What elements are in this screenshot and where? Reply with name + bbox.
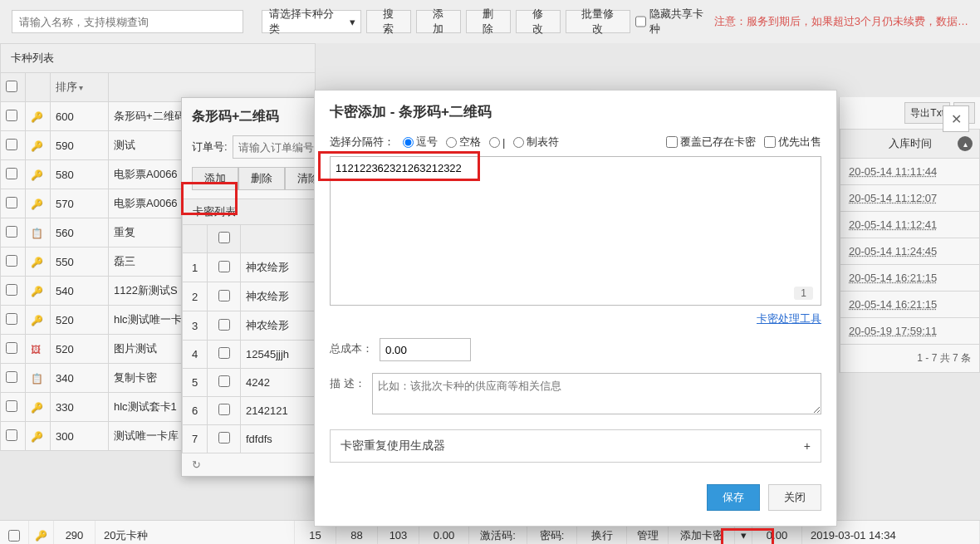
overwrite-checkbox[interactable]: 覆盖已存在卡密	[666, 135, 756, 149]
desc-label: 描 述：	[330, 373, 365, 391]
generator-collapse[interactable]: 卡密重复使用生成器 +	[330, 429, 821, 463]
search-button[interactable]: 搜索	[366, 10, 411, 33]
cost-input[interactable]	[380, 338, 471, 361]
add-button[interactable]: 添加	[416, 10, 461, 33]
category-placeholder: 请选择卡种分类	[269, 7, 342, 37]
hide-shared-checkbox[interactable]: 隐藏共享卡种	[635, 7, 709, 37]
sep-tab-radio[interactable]: 制表符	[513, 135, 559, 149]
add-km-modal: 卡密添加 - 条形码+二维码 选择分隔符： 逗号 空格 | 制表符 覆盖已存在卡…	[314, 90, 837, 527]
caret-down-icon: ▾	[350, 16, 355, 28]
desc-textarea[interactable]	[372, 373, 821, 414]
km-textarea[interactable]	[330, 156, 821, 306]
warning-text: 注意：服务到期后，如果超过3个月仍未续费，数据…	[714, 14, 968, 29]
close-button[interactable]: 关闭	[768, 484, 821, 511]
save-button[interactable]: 保存	[707, 484, 760, 511]
cost-label: 总成本：	[330, 338, 373, 356]
km-tool-link[interactable]: 卡密处理工具	[757, 312, 821, 325]
sep-comma-radio[interactable]: 逗号	[403, 135, 438, 149]
sep-pipe-radio[interactable]: |	[489, 136, 505, 149]
modal-title: 卡密添加 - 条形码+二维码	[330, 102, 821, 121]
search-input[interactable]	[12, 10, 243, 33]
plus-icon: +	[804, 439, 811, 453]
category-select[interactable]: 请选择卡种分类 ▾	[262, 10, 361, 33]
top-toolbar: 请选择卡种分类 ▾ 搜索 添加 删除 修改 批量修改 隐藏共享卡种 注意：服务到…	[0, 0, 980, 43]
separator-row: 选择分隔符： 逗号 空格 | 制表符 覆盖已存在卡密 优先出售	[330, 135, 821, 149]
close-icon[interactable]: ✕	[943, 105, 969, 132]
sep-space-radio[interactable]: 空格	[446, 135, 481, 149]
delete-button[interactable]: 删除	[466, 10, 511, 33]
separator-label: 选择分隔符：	[330, 135, 394, 149]
priority-checkbox[interactable]: 优先出售	[764, 135, 821, 149]
modify-button[interactable]: 修改	[516, 10, 561, 33]
page-badge: 1	[794, 287, 813, 300]
batch-modify-button[interactable]: 批量修改	[566, 10, 630, 33]
